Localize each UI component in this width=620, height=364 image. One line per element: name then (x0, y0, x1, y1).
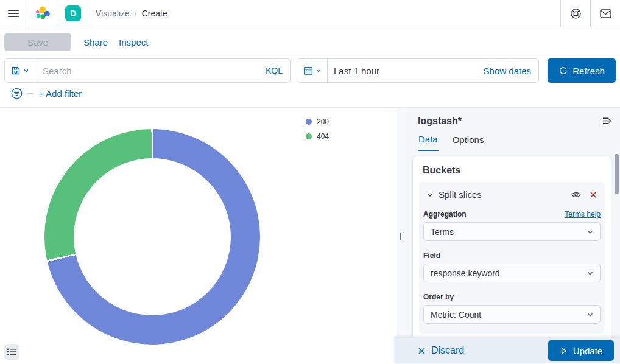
refresh-button[interactable]: Refresh (548, 58, 616, 83)
refresh-icon (558, 66, 568, 75)
buckets-card: Buckets Split slices (413, 156, 611, 343)
cross-icon (418, 347, 426, 355)
top-nav-menu: Save Share Inspect (0, 27, 620, 57)
breadcrumb-create: Create (142, 9, 167, 18)
legend-dot-200 (306, 119, 312, 125)
tab-data[interactable]: Data (418, 134, 439, 151)
tab-options[interactable]: Options (452, 134, 485, 151)
space-badge: D (65, 5, 81, 21)
menu-icon[interactable] (0, 0, 27, 27)
time-range-value[interactable]: Last 1 hour (328, 66, 379, 76)
menu-right-icon (602, 117, 613, 125)
help-button[interactable] (570, 8, 582, 19)
legend-label: 200 (317, 117, 329, 126)
legend-item-200[interactable]: 200 (306, 114, 329, 129)
grip-icon (400, 233, 403, 240)
breadcrumb-separator: / (135, 9, 137, 18)
query-language-button[interactable]: KQL (258, 66, 290, 75)
legend-toggle-button[interactable] (4, 344, 19, 360)
saved-query-menu-button[interactable] (5, 59, 35, 82)
chevron-down-icon (315, 68, 322, 74)
panel-resize-handle[interactable] (396, 108, 407, 363)
elastic-logo[interactable] (35, 5, 51, 21)
split-slices-section: Split slices (419, 182, 605, 334)
chevron-down-icon (23, 68, 29, 74)
share-button[interactable]: Share (83, 37, 108, 47)
donut-chart[interactable] (44, 129, 260, 345)
filter-menu-button[interactable] (11, 88, 23, 99)
close-icon (590, 191, 597, 198)
editor-content: 200 404 (0, 108, 620, 363)
inspect-button[interactable]: Inspect (119, 37, 148, 47)
order-by-select[interactable]: Metric: Count (423, 305, 601, 324)
newsfeed-button[interactable] (600, 9, 611, 18)
space-selector[interactable]: D (65, 5, 81, 21)
help-icon (570, 8, 582, 19)
field-select[interactable]: response.keyword (423, 264, 601, 282)
buckets-title: Buckets (423, 165, 601, 176)
chevron-down-icon (587, 228, 594, 236)
mail-icon (600, 9, 611, 18)
filter-icon (11, 88, 23, 99)
aggregation-select[interactable]: Terms (423, 222, 601, 241)
filter-bar: + Add filter (4, 88, 616, 99)
date-quick-select-button[interactable] (297, 59, 328, 82)
visualization-area: 200 404 (0, 108, 396, 363)
query-bar: KQL (0, 57, 620, 108)
field-label: Field (423, 251, 440, 260)
aggregation-label: Aggregation (423, 210, 467, 219)
refresh-label: Refresh (572, 66, 605, 76)
chevron-down-icon[interactable] (426, 191, 434, 198)
time-picker: Last 1 hour Show dates (297, 58, 539, 83)
legend-item-404[interactable]: 404 (306, 129, 329, 144)
split-slices-label[interactable]: Split slices (439, 189, 570, 200)
hamburger-icon (8, 8, 19, 19)
show-dates-button[interactable]: Show dates (484, 66, 538, 76)
search-input[interactable] (35, 66, 258, 76)
kibana-visualize-editor: D Visualize / Create (0, 0, 620, 364)
chart-legend: 200 404 (306, 114, 329, 144)
save-query-icon (11, 66, 21, 75)
donut-hole (74, 158, 231, 315)
breadcrumb: Visualize / Create (88, 0, 560, 27)
collapse-sidebar-button[interactable] (601, 116, 614, 126)
chevron-down-icon (587, 311, 594, 318)
legend-dot-404 (306, 133, 312, 139)
order-by-label: Order by (423, 293, 454, 301)
eye-icon (571, 191, 581, 198)
app-header: D Visualize / Create (0, 0, 620, 27)
save-button[interactable]: Save (4, 33, 71, 51)
terms-help-link[interactable]: Terms help (565, 210, 601, 219)
calendar-icon (303, 66, 313, 75)
discard-button[interactable]: Discard (418, 345, 464, 356)
sidebar-action-bar: Discard Update (395, 338, 620, 363)
search-bar: KQL (4, 58, 291, 83)
legend-label: 404 (317, 132, 329, 141)
toggle-visibility-button[interactable] (570, 190, 582, 200)
chevron-down-icon (587, 270, 594, 277)
vis-editor-sidebar: logstash* Data Options Buckets (407, 108, 620, 363)
filter-separator (27, 93, 33, 94)
scrollbar-thumb[interactable] (615, 154, 619, 194)
add-filter-button[interactable]: + Add filter (38, 88, 82, 99)
list-icon (7, 348, 16, 355)
play-icon (560, 347, 568, 355)
remove-bucket-button[interactable] (588, 190, 598, 200)
index-pattern-title: logstash* (418, 116, 601, 127)
sidebar-tabs: Data Options (418, 134, 620, 151)
update-button[interactable]: Update (548, 340, 614, 361)
breadcrumb-visualize[interactable]: Visualize (96, 9, 130, 18)
